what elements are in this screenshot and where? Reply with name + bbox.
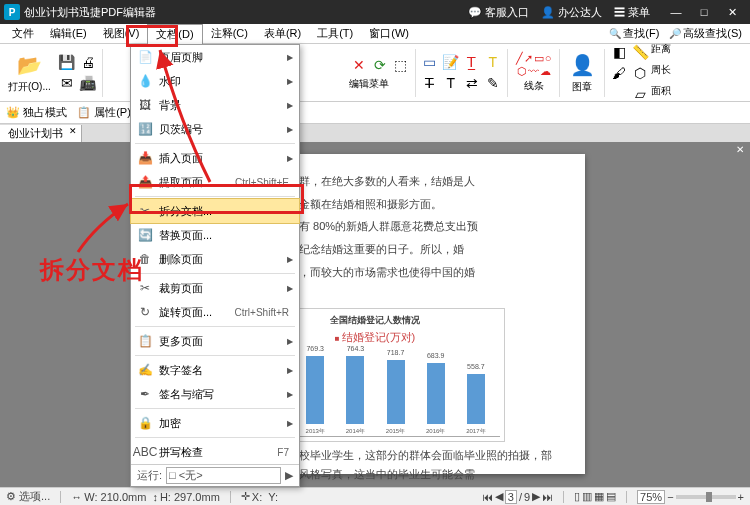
layout-book-icon[interactable]: ▤ <box>606 490 616 503</box>
menu-item-icon: 🔄 <box>137 227 153 243</box>
tool-icon[interactable]: ⬚ <box>391 55 411 75</box>
menu-bar: 文件 编辑(E) 视图(V) 文档(D) 注释(C) 表单(R) 工具(T) 窗… <box>0 24 750 44</box>
menu-item-提取页面...[interactable]: 📤提取页面...Ctrl+Shift+E <box>131 170 299 194</box>
stamp-group[interactable]: 👤 图章 <box>564 46 600 100</box>
print-icon[interactable]: 🖨 <box>78 52 98 72</box>
menu-item-icon: 📥 <box>137 150 153 166</box>
document-area: ✕ 有几百万的结婚人群，在绝大多数的人看来，结婚是人 花费相当一部分的金额在结婚… <box>0 142 750 487</box>
cloud-icon[interactable]: ☁ <box>540 65 551 78</box>
menu-item-水印[interactable]: 💧水印▶ <box>131 69 299 93</box>
menu-item-插入页面[interactable]: 📥插入页面▶ <box>131 146 299 170</box>
menu-item-旋转页面...[interactable]: ↻旋转页面...Ctrl+Shift+R <box>131 300 299 324</box>
first-page-icon[interactable]: ⏮ <box>482 491 493 503</box>
menu-annotate[interactable]: 注释(C) <box>203 24 256 43</box>
minimize-button[interactable]: — <box>662 2 690 22</box>
menu-file[interactable]: 文件 <box>4 24 42 43</box>
lines-group[interactable]: ╱ ➚ ▭ ○ ⬡ 〰 ☁ 线条 <box>512 46 556 100</box>
menu-item-删除页面[interactable]: 🗑删除页面▶ <box>131 247 299 271</box>
app-icon: P <box>4 4 20 20</box>
text-box-icon[interactable]: ▭ <box>420 52 440 72</box>
menu-item-更多页面[interactable]: 📋更多页面▶ <box>131 329 299 353</box>
run-go-icon[interactable]: ▶ <box>285 469 293 482</box>
chart-bar: 558.72017年 <box>464 361 488 436</box>
menu-item-icon: 📤 <box>137 174 153 190</box>
refresh-icon[interactable]: ⟳ <box>370 55 390 75</box>
author-link[interactable]: 👤 办公达人 <box>541 5 602 20</box>
zoom-input[interactable]: 75% <box>637 490 665 504</box>
eraser-icon[interactable]: ◧ <box>609 42 629 62</box>
options-button[interactable]: ⚙ 选项... <box>6 489 50 504</box>
advanced-find-button[interactable]: 🔎高级查找(S) <box>665 25 746 42</box>
menu-tools[interactable]: 工具(T) <box>309 24 361 43</box>
arrow-icon[interactable]: ➚ <box>524 52 533 65</box>
curve-icon[interactable]: 〰 <box>528 65 539 78</box>
menu-item-label: 水印 <box>159 74 181 89</box>
toolbar: 📂 打开(O)... 💾🖨 ✉📠 ✕ ⟳ ⬚ 编辑菜单 ▭ 📝 T̲ T T̶ … <box>0 44 750 102</box>
menu-item-拼写检查[interactable]: ABC拼写检查F7 <box>131 440 299 464</box>
line-icon[interactable]: ╱ <box>516 52 523 65</box>
exclusive-mode-button[interactable]: 👑 独占模式 <box>6 105 67 120</box>
menu-document[interactable]: 文档(D) <box>147 24 202 44</box>
menu-edit[interactable]: 编辑(E) <box>42 24 95 43</box>
zoom-out-icon[interactable]: − <box>667 491 673 503</box>
close-tab-icon[interactable]: ✕ <box>69 126 77 136</box>
menu-form[interactable]: 表单(R) <box>256 24 309 43</box>
replace-icon[interactable]: ⇄ <box>462 73 482 93</box>
area-icon[interactable]: ▱ <box>630 84 650 104</box>
layout-single-icon[interactable]: ▯ <box>574 490 580 503</box>
run-select[interactable]: □ <无> <box>166 467 281 484</box>
save-icon[interactable]: 💾 <box>57 52 77 72</box>
note-icon[interactable]: 📝 <box>441 52 461 72</box>
next-page-icon[interactable]: ▶ <box>532 490 540 503</box>
underline-icon[interactable]: T <box>483 52 503 72</box>
layout-cont-icon[interactable]: ▥ <box>582 490 592 503</box>
menu-item-icon: ✒ <box>137 386 153 402</box>
ruler-icon[interactable]: 📏 <box>630 42 650 62</box>
strike-icon[interactable]: T̶ <box>420 73 440 93</box>
scan-icon[interactable]: 📠 <box>78 73 98 93</box>
find-button[interactable]: 🔍查找(F) <box>605 25 663 42</box>
menu-item-icon: 🖼 <box>137 97 153 113</box>
open-button[interactable]: 📂 打开(O)... <box>4 46 55 100</box>
rect-icon[interactable]: ▭ <box>534 52 544 65</box>
maximize-button[interactable]: □ <box>690 2 718 22</box>
insert-icon[interactable]: T <box>441 73 461 93</box>
zoom-icon[interactable]: ✕ <box>349 55 369 75</box>
page-input[interactable]: 3 <box>505 490 517 504</box>
menu-item-label: 删除页面 <box>159 252 203 267</box>
circle-icon[interactable]: ○ <box>545 52 552 65</box>
menu-item-数字签名[interactable]: ✍数字签名▶ <box>131 358 299 382</box>
mail-icon[interactable]: ✉ <box>57 73 77 93</box>
menu-item-页眉页脚[interactable]: 📄页眉页脚▶ <box>131 45 299 69</box>
menu-item-贝茨编号[interactable]: 🔢贝茨编号▶ <box>131 117 299 141</box>
menu-item-裁剪页面[interactable]: ✂裁剪页面▶ <box>131 276 299 300</box>
poly-ruler-icon[interactable]: ⬡ <box>630 63 650 83</box>
menu-item-背景[interactable]: 🖼背景▶ <box>131 93 299 117</box>
close-doc-icon[interactable]: ✕ <box>736 144 744 155</box>
close-button[interactable]: ✕ <box>718 2 746 22</box>
support-link[interactable]: 💬 客服入口 <box>468 5 529 20</box>
menu-item-label: 更多页面 <box>159 334 203 349</box>
layout-facing-icon[interactable]: ▦ <box>594 490 604 503</box>
sub-toolbar: 👑 独占模式 📋 属性(P)... <box>0 102 750 124</box>
poly-icon[interactable]: ⬡ <box>517 65 527 78</box>
prev-page-icon[interactable]: ◀ <box>495 490 503 503</box>
highlight-icon[interactable]: T̲ <box>462 52 482 72</box>
tab-bar: 创业计划书 ✕ <box>0 124 750 142</box>
brush-icon[interactable]: 🖌 <box>609 63 629 83</box>
menu-window[interactable]: 窗口(W) <box>361 24 417 43</box>
document-tab[interactable]: 创业计划书 ✕ <box>0 125 82 142</box>
pencil-icon[interactable]: ✎ <box>483 73 503 93</box>
menu-item-加密[interactable]: 🔒加密▶ <box>131 411 299 435</box>
zoom-slider[interactable] <box>676 495 736 499</box>
menu-view[interactable]: 视图(V) <box>95 24 148 43</box>
last-page-icon[interactable]: ⏭ <box>542 491 553 503</box>
menu-item-icon: ↻ <box>137 304 153 320</box>
menu-item-签名与缩写[interactable]: ✒签名与缩写▶ <box>131 382 299 406</box>
zoom-in-icon[interactable]: + <box>738 491 744 503</box>
menu-item-替换页面...[interactable]: 🔄替换页面... <box>131 223 299 247</box>
chart-bar: 769.32013年 <box>303 343 327 436</box>
menu-link[interactable]: ☰ 菜单 <box>614 5 650 20</box>
menu-item-icon: ✂ <box>137 280 153 296</box>
menu-item-拆分文档...[interactable]: ✂拆分文档... <box>131 199 299 223</box>
